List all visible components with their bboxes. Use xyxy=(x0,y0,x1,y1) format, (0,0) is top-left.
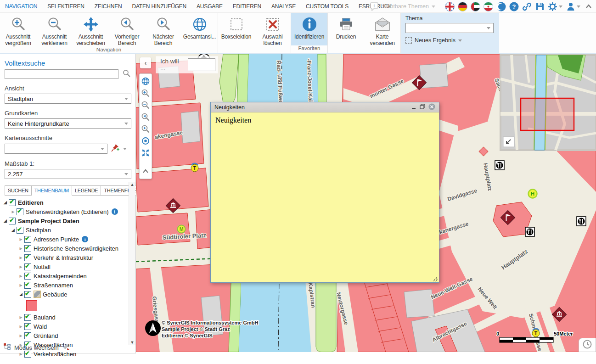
tree-item-verkehr-infrastruktur[interactable]: ▶✔Verkehr & Infrastruktur xyxy=(2,253,135,262)
menu-tab-analyse[interactable]: ANALYSE xyxy=(266,0,301,13)
ribbon-button-vorheriger-bereich[interactable]: Vorheriger Bereich xyxy=(109,13,145,47)
layer-checkbox[interactable]: ✔ xyxy=(24,323,31,330)
tree-item-label[interactable]: Sehenswürdigkeiten (Editieren) xyxy=(26,208,109,215)
map-marker-stop-T[interactable]: T xyxy=(532,329,540,337)
expand-node-icon[interactable]: ▶ xyxy=(17,246,24,251)
tree-item-label[interactable]: Grünland xyxy=(34,332,58,339)
menu-tab-daten-hinzuf-gen[interactable]: DATEN HINZUFÜGEN xyxy=(127,0,191,13)
menu-tab-selektieren[interactable]: SELEKTIEREN xyxy=(42,0,90,13)
ich-will-input[interactable] xyxy=(188,58,215,71)
tree-item-label[interactable]: Adressen Punkte xyxy=(34,236,79,243)
tree-item-wald[interactable]: ▶✔Wald xyxy=(2,322,135,331)
tree-item-label[interactable]: Historische Sehenswürdigkeiten xyxy=(34,245,118,252)
scroll-up-icon[interactable]: ▲ xyxy=(130,182,135,187)
layer-checkbox[interactable]: ✔ xyxy=(9,199,16,206)
save-icon[interactable] xyxy=(535,2,545,11)
tree-item-label[interactable]: Gebäude xyxy=(43,291,67,298)
sidebar-collapse-button[interactable]: ‹ xyxy=(140,57,151,68)
tree-item-label[interactable]: Katastralgemeinden xyxy=(34,273,87,280)
contrast-moon-icon[interactable] xyxy=(496,2,506,11)
map-marker-restaurant[interactable] xyxy=(577,217,586,226)
layer-info-icon[interactable]: i xyxy=(82,236,88,242)
bookmark-menu-caret[interactable] xyxy=(123,148,127,150)
tree-item-label[interactable]: Bauland xyxy=(34,314,56,321)
language-ae-flag-icon[interactable] xyxy=(471,2,480,11)
modus-wechseln[interactable]: Modus wechseln xyxy=(4,343,70,352)
tree-item-grünland[interactable]: ▶✔Grünland xyxy=(2,331,135,340)
tree-item-label[interactable]: Editieren xyxy=(18,199,44,206)
extent-rectangle[interactable] xyxy=(521,98,574,130)
ribbon-button-ausschnitt-verschieben[interactable]: Ausschnitt verschieben xyxy=(73,13,109,47)
expand-node-icon[interactable]: ▶ xyxy=(17,274,24,278)
resize-handle[interactable] xyxy=(433,277,438,281)
layer-checkbox[interactable]: ✔ xyxy=(24,282,31,289)
map-tool-chevron-up[interactable] xyxy=(140,165,151,177)
ribbon-button-drucken[interactable]: Drucken xyxy=(328,13,364,47)
expand-node-icon[interactable]: ▶ xyxy=(17,256,24,260)
menu-tab-ausgabe[interactable]: AUSGABE xyxy=(191,0,228,13)
expand-node-icon[interactable]: ▶ xyxy=(17,325,24,329)
sichtbare-themen-dropdown[interactable]: i Sichtbare Themen xyxy=(370,2,435,11)
map-viewport[interactable]: Rad- und Fußweg-Franz-Josef-Kaimonter Ga… xyxy=(136,54,596,352)
ribbon-button-ausschnitt-vergrößern[interactable]: Ausschnitt vergrößern xyxy=(0,13,36,47)
ribbon-button-auswahl-löschen[interactable]: Auswahl löschen xyxy=(254,13,291,47)
expand-node-icon[interactable]: ▶ xyxy=(17,237,24,241)
close-icon[interactable] xyxy=(428,103,435,112)
expand-node-icon[interactable]: ▶ xyxy=(17,283,24,287)
ribbon-button-identifizieren[interactable]: Identifizieren xyxy=(291,13,327,45)
tree-item-label[interactable]: Sample Project Daten xyxy=(18,218,79,224)
tree-item-sample-project-daten[interactable]: ◢✔Sample Project Daten xyxy=(2,216,135,225)
expand-node-icon[interactable]: ▶ xyxy=(10,210,17,214)
collapse-ribbon-button[interactable] xyxy=(584,2,593,11)
collapse-node-icon[interactable]: ◢ xyxy=(2,200,9,205)
ribbon-button-boxselektion[interactable]: Boxselektion xyxy=(218,13,254,47)
user-menu[interactable] xyxy=(566,2,580,11)
tree-item-adressen-punkte[interactable]: ▶✔Adressen Punktei xyxy=(2,235,135,244)
collapse-node-icon[interactable]: ◢ xyxy=(2,218,9,223)
window-title-bar[interactable]: Neuigkeiten xyxy=(211,102,439,112)
tree-item-label[interactable]: Notfall xyxy=(34,263,51,270)
layer-checkbox[interactable]: ✔ xyxy=(24,314,31,321)
collapse-node-icon[interactable]: ◢ xyxy=(10,228,17,232)
search-input[interactable] xyxy=(5,69,118,79)
tree-item-notfall[interactable]: ▶✔Notfall xyxy=(2,262,135,271)
layer-checkbox[interactable]: ✔ xyxy=(24,245,31,252)
tree-item-editieren[interactable]: ◢✔Editieren xyxy=(2,198,135,207)
map-tool-expand-tool[interactable] xyxy=(140,147,151,159)
tree-item-straßennamen[interactable]: ▶✔Straßennamen xyxy=(2,280,135,290)
collapse-node-icon[interactable]: ◢ xyxy=(17,292,24,297)
tree-item-sehenswürdigkeiten-editieren-[interactable]: ▶✔Sehenswürdigkeiten (Editieren)i xyxy=(2,207,135,216)
menu-tab-navigation[interactable]: NAVIGATION xyxy=(0,0,42,13)
map-marker-restaurant[interactable] xyxy=(525,227,534,236)
map-tool-zoom-out-tool[interactable] xyxy=(140,99,151,111)
map-marker-stop-H[interactable]: H xyxy=(529,190,537,198)
map-marker-stop-T[interactable]: T xyxy=(191,163,198,172)
neuigkeiten-window[interactable]: Neuigkeiten Neuigkeiten xyxy=(210,102,439,283)
restore-icon[interactable] xyxy=(420,104,425,111)
minimize-icon[interactable] xyxy=(411,104,416,111)
tab-themenbaum[interactable]: THEMENBAUM xyxy=(32,185,72,196)
layer-checkbox[interactable]: ✔ xyxy=(9,218,16,224)
tree-item-bauland[interactable]: ▶✔Bauland xyxy=(2,313,135,322)
map-tool-overview-globe[interactable] xyxy=(140,75,151,87)
layer-checkbox[interactable]: ✔ xyxy=(24,273,31,280)
link-icon[interactable] xyxy=(522,2,532,11)
expand-node-icon[interactable]: ▶ xyxy=(17,334,24,338)
tree-item-stadtplan[interactable]: ◢✔Stadtplan xyxy=(2,225,135,235)
menu-tab-custom-tools[interactable]: CUSTOM TOOLS xyxy=(301,0,354,13)
layer-checkbox[interactable]: ✔ xyxy=(24,332,31,339)
expand-node-icon[interactable]: ▶ xyxy=(17,315,24,319)
ribbon-button-nächster-bereich[interactable]: Nächster Bereich xyxy=(145,13,181,47)
add-bookmark-pin-icon[interactable] xyxy=(111,143,120,154)
overview-toggle-button[interactable] xyxy=(503,137,514,147)
overview-map[interactable] xyxy=(500,55,596,150)
tree-item-gebäude[interactable]: ◢✔Gebäude xyxy=(2,290,135,299)
language-de-flag-icon[interactable] xyxy=(458,2,467,11)
menu-tab-editieren[interactable]: EDITIEREN xyxy=(228,0,266,13)
tree-item-historische-sehenswürdigkeiten[interactable]: ▶✔Historische Sehenswürdigkeiten xyxy=(2,244,135,253)
language-ir-flag-icon[interactable] xyxy=(484,2,493,11)
tab-suchen[interactable]: SUCHEN xyxy=(5,185,32,196)
tab-legende[interactable]: LEGENDE xyxy=(72,185,101,196)
map-tool-next-extent-tool[interactable] xyxy=(140,123,151,135)
layer-checkbox[interactable]: ✔ xyxy=(17,208,23,215)
